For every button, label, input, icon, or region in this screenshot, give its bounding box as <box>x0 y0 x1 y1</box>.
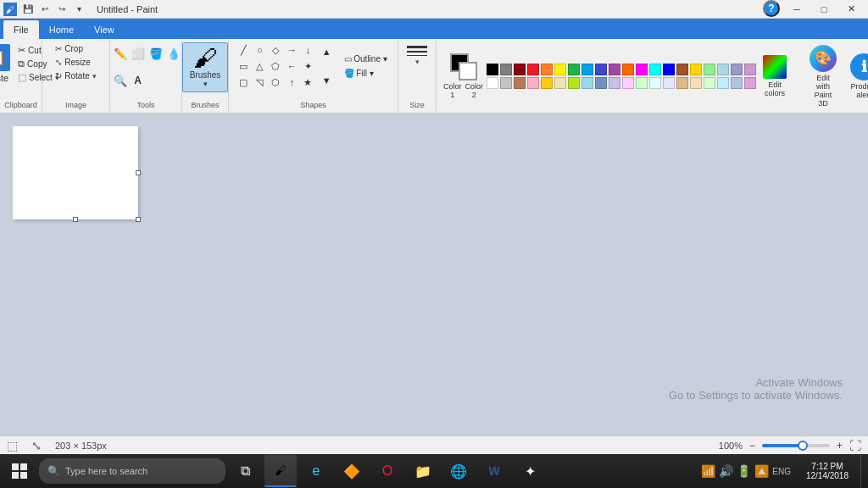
swatch-dark-red[interactable] <box>514 64 526 75</box>
edit-with-paint3d-button[interactable]: 🎨 Edit withPaint 3D <box>804 43 842 109</box>
edit-colors-button[interactable]: Editcolors <box>760 53 790 99</box>
arrow-left-tool[interactable]: ← <box>284 58 299 74</box>
swatch-silver[interactable] <box>500 77 512 89</box>
arrow-right-tool[interactable]: → <box>284 42 299 58</box>
swatch-gray[interactable] <box>500 64 512 75</box>
fill-dropdown[interactable]: 🪣 Fill ▾ <box>341 68 390 79</box>
zoom-thumb[interactable] <box>798 441 808 451</box>
tray-network-icon[interactable]: 📶 <box>701 464 715 478</box>
tray-arrow-icon[interactable]: 🔼 <box>754 464 769 478</box>
pencil-tool[interactable]: ✏️ <box>111 44 130 63</box>
brushes-button[interactable]: 🖌 Brushes ▾ <box>182 42 229 92</box>
chrome-taskbar-icon[interactable]: 🌐 <box>442 455 475 487</box>
save-quick-btn[interactable]: 💾 <box>20 2 36 17</box>
swatch-steel[interactable] <box>595 77 607 89</box>
swatch-wheat[interactable] <box>690 77 702 89</box>
zoom-plus-btn[interactable]: + <box>837 440 843 452</box>
resize-button[interactable]: ⤡ Resize <box>52 56 94 69</box>
minimize-button[interactable]: ─ <box>783 0 810 19</box>
swatch-orange[interactable] <box>541 64 553 75</box>
taskbar-search-box[interactable]: 🔍 Type here to search <box>39 458 225 484</box>
zoom-minus-btn[interactable]: − <box>749 440 755 452</box>
zoom-slider-track[interactable] <box>762 444 830 447</box>
magnify-tool[interactable]: 🔍 <box>111 71 130 90</box>
shapes-scroll-up[interactable]: ▲ <box>319 44 334 59</box>
swatch-rosewater[interactable] <box>622 77 634 89</box>
color-picker-tool[interactable]: 💧 <box>164 44 183 63</box>
maximize-button[interactable]: □ <box>810 0 837 19</box>
qa-dropdown-btn[interactable]: ▾ <box>71 2 86 17</box>
swatch-aliceblue[interactable] <box>717 77 729 89</box>
swatch-blue[interactable] <box>595 64 607 75</box>
crop-button[interactable]: ✂ Crop <box>52 42 86 55</box>
product-alert-button[interactable]: ℹ Productalert <box>845 52 868 101</box>
swatch-blue2[interactable] <box>663 64 675 75</box>
canvas-handle-corner[interactable] <box>136 217 141 222</box>
help-button[interactable]: ? <box>763 0 780 17</box>
extra-taskbar-icon[interactable]: ✦ <box>514 455 546 487</box>
swatch-lightcyan[interactable] <box>649 77 661 89</box>
vlc-taskbar-icon[interactable]: 🔶 <box>336 455 368 487</box>
diamond-tool[interactable]: ◇ <box>268 42 283 58</box>
fill-tool[interactable]: 🪣 <box>147 44 165 63</box>
arrow-up-tool[interactable]: ↑ <box>284 75 299 90</box>
size-button[interactable]: ▾ <box>402 42 432 69</box>
swatch-mauve[interactable] <box>609 77 620 89</box>
fit-page-icon[interactable]: ⛶ <box>849 439 861 452</box>
canvas-handle-right[interactable] <box>136 170 141 175</box>
swatch-mintcream[interactable] <box>636 77 648 89</box>
swatch-white[interactable] <box>487 77 498 89</box>
task-view-button[interactable]: ⧉ <box>229 455 261 487</box>
swatch-red[interactable] <box>527 64 539 75</box>
rounded-rect-tool[interactable]: ▢ <box>236 75 251 90</box>
swatch-honeydew[interactable] <box>704 77 715 89</box>
swatch-brown[interactable] <box>676 64 688 75</box>
paste-button[interactable]: 📋 Paste ▾ <box>0 42 14 93</box>
rect-tool[interactable]: ▭ <box>236 58 251 74</box>
tab-file[interactable]: File <box>3 20 39 39</box>
taskbar-paint-app[interactable]: 🖌 <box>264 455 297 487</box>
start-button[interactable] <box>3 455 36 487</box>
swatch-purple[interactable] <box>609 64 620 75</box>
show-desktop-button[interactable] <box>860 455 865 487</box>
swatch-cyan[interactable] <box>581 64 593 75</box>
drawing-canvas[interactable] <box>13 126 138 219</box>
opera-taskbar-icon[interactable]: O <box>371 455 403 487</box>
swatch-aqua[interactable] <box>649 64 661 75</box>
swatch-cream[interactable] <box>554 77 566 89</box>
swatch-lightslate[interactable] <box>731 77 743 89</box>
swatch-lightblue[interactable] <box>717 64 729 75</box>
star5-tool[interactable]: ★ <box>300 75 315 90</box>
outline-dropdown[interactable]: ▭ Outline ▾ <box>341 53 390 64</box>
swatch-black[interactable] <box>487 64 498 75</box>
swatch-lavender[interactable] <box>731 64 743 75</box>
swatch-lime[interactable] <box>568 77 580 89</box>
undo-quick-btn[interactable]: ↩ <box>37 2 53 17</box>
tab-view[interactable]: View <box>84 20 125 39</box>
close-button[interactable]: ✕ <box>837 0 865 19</box>
canvas-select-icon[interactable]: ⬚ <box>7 439 18 452</box>
swatch-orange2[interactable] <box>622 64 634 75</box>
rotate-button[interactable]: ↻ Rotate ▾ <box>52 69 99 82</box>
canvas-resize-icon[interactable]: ⤡ <box>31 439 42 452</box>
swatch-pink[interactable] <box>527 77 539 89</box>
triangle-tool[interactable]: △ <box>252 58 267 74</box>
swatch-gold[interactable] <box>690 64 702 75</box>
swatch-burlywood[interactable] <box>676 77 688 89</box>
swatch-sky[interactable] <box>581 77 593 89</box>
canvas-handle-bottom[interactable] <box>73 217 78 222</box>
swatch-lilac[interactable] <box>744 64 756 75</box>
swatch-tan[interactable] <box>514 77 526 89</box>
hexagon-tool[interactable]: ⬡ <box>268 75 283 90</box>
tray-volume-icon[interactable]: 🔊 <box>719 464 733 478</box>
eraser-tool[interactable]: ⬜ <box>129 44 147 63</box>
swatch-plum[interactable] <box>744 77 756 89</box>
redo-quick-btn[interactable]: ↪ <box>54 2 70 17</box>
star4-tool[interactable]: ✦ <box>300 58 315 74</box>
color2-box[interactable] <box>459 62 477 80</box>
taskbar-clock[interactable]: 7:12 PM 12/14/2018 <box>801 460 854 482</box>
word-taskbar-icon[interactable]: W <box>478 455 510 487</box>
swatch-lavender2[interactable] <box>663 77 675 89</box>
tray-battery-icon[interactable]: 🔋 <box>737 464 751 478</box>
swatch-yellow[interactable] <box>554 64 566 75</box>
